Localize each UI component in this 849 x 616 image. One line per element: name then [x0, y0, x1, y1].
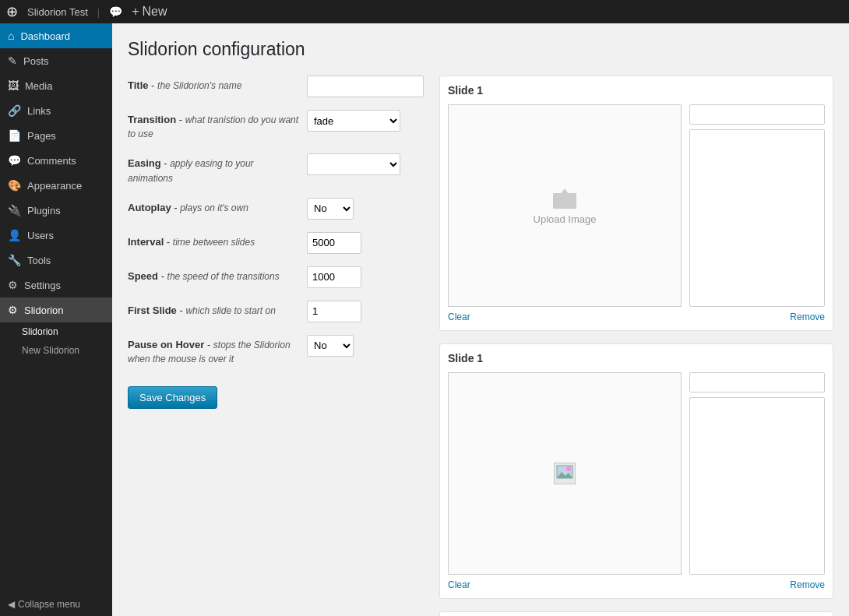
site-name[interactable]: Slidorion Test — [27, 6, 88, 18]
new-label: New — [143, 5, 167, 19]
svg-marker-1 — [560, 188, 569, 195]
sidebar-label-posts: Posts — [23, 55, 49, 67]
slide1-remove-link[interactable]: Remove — [790, 312, 825, 322]
slide2-inner — [448, 372, 825, 575]
sidebar-item-users[interactable]: 👤 Users — [0, 223, 112, 248]
posts-icon: ✎ — [8, 55, 17, 67]
appearance-icon: 🎨 — [8, 179, 21, 192]
slide1-textarea[interactable] — [689, 129, 825, 307]
sidebar-item-tools[interactable]: 🔧 Tools — [0, 248, 112, 273]
slide1-upload-label: Upload Image — [534, 213, 597, 225]
form-row-first-slide: First Slide - which slide to start on 1 — [128, 301, 424, 322]
speed-label: Speed - the speed of the transitions — [128, 266, 299, 283]
interval-label: Interval - time between slides — [128, 232, 299, 249]
first-slide-input[interactable]: 1 — [307, 301, 361, 322]
sidebar-label-settings: Settings — [24, 280, 61, 291]
interval-control: 5000 — [307, 232, 424, 254]
speed-control: 1000 — [307, 266, 424, 288]
plus-icon: + — [132, 5, 139, 19]
save-changes-button[interactable]: Save Changes — [128, 386, 217, 409]
topbar-divider: | — [97, 6, 100, 18]
slide-box-2: Slide 1 — [439, 343, 833, 599]
pages-icon: 📄 — [8, 129, 21, 142]
form-row-interval: Interval - time between slides 5000 — [128, 232, 424, 254]
settings-icon: ⚙ — [8, 279, 18, 291]
plugins-icon: 🔌 — [8, 204, 21, 216]
slide1-clear-link[interactable]: Clear — [448, 312, 470, 322]
autoplay-label: Autoplay - plays on it's own — [128, 198, 299, 215]
new-button[interactable]: + New — [132, 5, 167, 19]
form-row-autoplay: Autoplay - plays on it's own No Yes — [128, 198, 424, 220]
pause-hover-select[interactable]: No Yes — [307, 335, 354, 357]
form-row-speed: Speed - the speed of the transitions 100… — [128, 266, 424, 288]
sidebar-item-media[interactable]: 🖼 Media — [0, 73, 112, 98]
slide1-upload-area[interactable]: Upload Image — [448, 104, 682, 307]
comments-icon: 💬 — [8, 154, 21, 167]
slide2-title: Slide 1 — [448, 352, 825, 364]
add-slide-box[interactable]: Add new slide — [439, 611, 833, 616]
sidebar-item-plugins[interactable]: 🔌 Plugins — [0, 198, 112, 223]
autoplay-select[interactable]: No Yes — [307, 198, 354, 220]
sidebar-item-slidorion[interactable]: ⚙ Slidorion — [0, 297, 112, 322]
collapse-menu-label: Collapse menu — [18, 599, 80, 610]
speed-input[interactable]: 1000 — [307, 266, 361, 288]
sidebar-sub-new-slidorion[interactable]: New Slidorion — [0, 341, 112, 360]
tools-icon: 🔧 — [8, 254, 21, 266]
chat-icon[interactable]: 💬 — [109, 5, 122, 18]
sidebar-label-media: Media — [25, 80, 52, 92]
dashboard-icon: ⌂ — [8, 30, 14, 42]
sidebar-item-pages[interactable]: 📄 Pages — [0, 123, 112, 148]
interval-input[interactable]: 5000 — [307, 232, 361, 254]
first-slide-control: 1 — [307, 301, 424, 322]
slide1-text-fields — [689, 104, 825, 307]
sidebar-label-slidorion: Slidorion — [24, 304, 64, 316]
sidebar-item-settings[interactable]: ⚙ Settings — [0, 273, 112, 297]
sidebar-item-links[interactable]: 🔗 Links — [0, 98, 112, 123]
slide2-clear-link[interactable]: Clear — [448, 579, 470, 590]
slide1-title: Slide 1 — [448, 84, 825, 97]
slide1-inner: Upload Image — [448, 104, 825, 307]
svg-rect-0 — [553, 193, 576, 209]
form-row-title: Title - the Slidorion's name — [128, 76, 424, 97]
easing-label: Easing - apply easing to your animations — [128, 153, 299, 185]
sidebar-sub-slidorion[interactable]: Slidorion — [0, 322, 112, 341]
sidebar-label-plugins: Plugins — [27, 205, 61, 216]
sidebar-item-dashboard[interactable]: ⌂ Dashboard — [0, 23, 112, 48]
sidebar-label-pages: Pages — [27, 130, 56, 142]
form-row-transition: Transition - what tranistion do you want… — [128, 110, 424, 141]
title-control — [307, 76, 424, 97]
sidebar-label-tools: Tools — [27, 255, 51, 266]
slide2-textarea[interactable] — [689, 397, 825, 575]
form-row-easing: Easing - apply easing to your animations — [128, 153, 424, 185]
sidebar-label-dashboard: Dashboard — [20, 30, 70, 42]
sidebar-item-appearance[interactable]: 🎨 Appearance — [0, 173, 112, 198]
slide2-remove-link[interactable]: Remove — [790, 579, 825, 590]
sidebar-item-posts[interactable]: ✎ Posts — [0, 48, 112, 73]
easing-select[interactable] — [307, 153, 400, 175]
pause-hover-label: Pause on Hover - stops the Slidorion whe… — [128, 335, 299, 366]
pause-hover-control: No Yes — [307, 335, 424, 357]
transition-select[interactable]: fade slide none — [307, 110, 400, 132]
first-slide-label: First Slide - which slide to start on — [128, 301, 299, 318]
sidebar-label-appearance: Appearance — [27, 180, 82, 192]
slide2-text-fields — [689, 372, 825, 575]
topbar: ⊕ Slidorion Test | 💬 + New — [0, 0, 849, 23]
slide2-text-input[interactable] — [689, 372, 825, 392]
media-icon: 🖼 — [8, 79, 19, 92]
transition-label: Transition - what tranistion do you want… — [128, 110, 299, 141]
title-input[interactable] — [307, 76, 424, 97]
easing-control — [307, 153, 424, 175]
config-area: Title - the Slidorion's name Transition … — [128, 76, 833, 616]
form-row-pause-hover: Pause on Hover - stops the Slidorion whe… — [128, 335, 424, 366]
sidebar-label-users: Users — [27, 230, 54, 241]
autoplay-control: No Yes — [307, 198, 424, 220]
transition-control: fade slide none — [307, 110, 424, 132]
upload-image-icon — [552, 187, 577, 209]
sidebar-item-comments[interactable]: 💬 Comments — [0, 148, 112, 173]
main-content: Slidorion configuration Title - the Slid… — [112, 23, 849, 616]
slide2-upload-area[interactable] — [448, 372, 682, 575]
wp-logo[interactable]: ⊕ — [6, 3, 18, 20]
slide2-image-icon — [554, 463, 576, 484]
slide1-text-input[interactable] — [689, 104, 825, 125]
collapse-menu-button[interactable]: ◀ Collapse menu — [0, 593, 112, 616]
